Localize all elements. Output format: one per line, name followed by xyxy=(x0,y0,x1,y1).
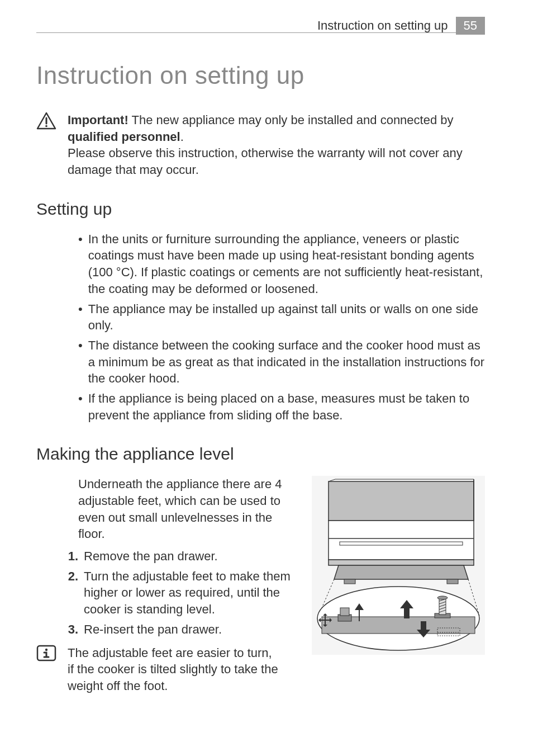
numbered-item: 1. Remove the pan drawer. xyxy=(67,548,299,565)
leveling-intro: Underneath the appliance there are 4 adj… xyxy=(78,476,299,542)
warning-triangle-icon xyxy=(36,112,56,130)
bullet-list-setting-up: • In the units or furniture surrounding … xyxy=(78,231,485,424)
page-title: Instruction on setting up xyxy=(36,62,485,89)
info-icon xyxy=(36,645,56,662)
svg-rect-7 xyxy=(344,579,355,584)
svg-rect-8 xyxy=(447,579,458,584)
info-block: The adjustable feet are easier to turn, … xyxy=(36,645,299,694)
svg-rect-25 xyxy=(421,621,426,630)
svg-rect-16 xyxy=(404,608,410,618)
info-text: The adjustable feet are easier to turn, … xyxy=(68,645,280,694)
leveling-section: Underneath the appliance there are 4 adj… xyxy=(36,476,485,694)
bullet-item: • The appliance may be installed up agai… xyxy=(78,301,485,334)
numbered-item: 2. Turn the adjustable feet to make them… xyxy=(67,568,299,618)
leveling-text-column: Underneath the appliance there are 4 adj… xyxy=(36,476,299,694)
warning-text: Important! The new appliance may only be… xyxy=(68,112,485,178)
bullet-item: • If the appliance is being placed on a … xyxy=(78,390,485,423)
page-content: Instruction on setting up Important! The… xyxy=(36,62,485,694)
numbered-list: 1. Remove the pan drawer. 2. Turn the ad… xyxy=(67,548,299,637)
bullet-icon: • xyxy=(78,301,83,334)
bullet-icon: • xyxy=(78,231,83,297)
bullet-icon: • xyxy=(78,337,83,387)
step-number: 3. xyxy=(67,621,78,638)
appliance-feet-diagram xyxy=(312,476,485,655)
header-divider xyxy=(36,32,485,33)
header-section-title: Instruction on setting up xyxy=(317,18,448,33)
svg-point-3 xyxy=(45,648,47,650)
qualified-personnel: qualified personnel xyxy=(68,130,180,144)
important-label: Important! xyxy=(68,113,129,127)
bullet-icon: • xyxy=(78,390,83,423)
bullet-item: • The distance between the cooking surfa… xyxy=(78,337,485,387)
step-number: 2. xyxy=(67,568,78,618)
svg-rect-14 xyxy=(340,608,349,616)
svg-point-24 xyxy=(437,596,448,599)
section-heading-leveling: Making the appliance level xyxy=(36,445,485,464)
numbered-item: 3. Re-insert the pan drawer. xyxy=(67,621,299,638)
bullet-item: • In the units or furniture surrounding … xyxy=(78,231,485,297)
step-number: 1. xyxy=(67,548,78,565)
warning-block: Important! The new appliance may only be… xyxy=(36,112,485,178)
svg-point-1 xyxy=(45,125,47,127)
section-heading-setting-up: Setting up xyxy=(36,200,485,219)
